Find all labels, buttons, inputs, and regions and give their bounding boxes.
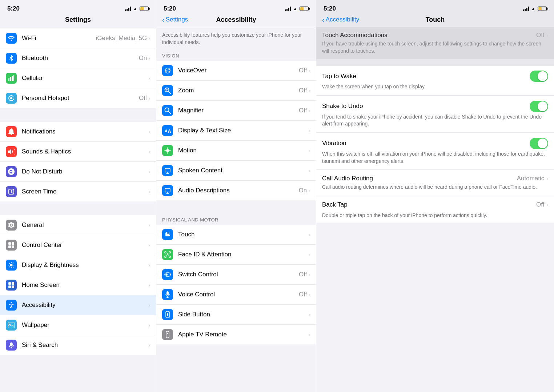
back-tap-header: Back Tap Off › [322, 201, 548, 208]
vision-section-header: VISION [156, 50, 316, 61]
sounds-row-icon [6, 146, 17, 157]
battery-icon-mid [300, 7, 309, 11]
right-back-chevron-icon: ‹ [322, 16, 325, 23]
accessibility-row-sidebutton[interactable]: Side Button › [156, 305, 316, 325]
svg-text:A: A [165, 129, 168, 133]
mid-panel: 5:20 ▲ ‹ Settings Accessibility Accessib… [156, 0, 316, 392]
siri-row-content: Siri & Search › [22, 341, 150, 349]
displaybrightness-row-icon [6, 260, 17, 271]
back-tap-row[interactable]: Back Tap Off › Double or triple tap on t… [316, 196, 554, 223]
wallpaper-label: Wallpaper [22, 321, 49, 329]
hotspot-value: Off › [139, 95, 150, 102]
settings-row-homescreen[interactable]: Home Screen › [0, 275, 156, 295]
battery-icon-right [538, 7, 547, 11]
svg-point-11 [10, 264, 13, 267]
touch-accommodations-label: Touch Accommodations [322, 32, 388, 39]
signal-icon-right [523, 7, 529, 11]
settings-row-notifications[interactable]: Notifications › [0, 122, 156, 142]
right-back-button[interactable]: ‹ Accessibility [322, 16, 359, 23]
touch-accommodations-header: Touch Accommodations Off › [322, 32, 548, 39]
settings-row-wallpaper[interactable]: Wallpaper › [0, 315, 156, 335]
wallpaper-value: › [148, 322, 150, 328]
displaytextsize-icon: AA [162, 125, 173, 136]
shake-to-undo-row[interactable]: Shake to Undo If you tend to shake your … [316, 96, 554, 133]
sidebutton-value: › [308, 312, 310, 317]
group-display: General › Control Center › [0, 215, 156, 355]
accessibility-row-voicecontrol[interactable]: Voice Control Off › [156, 285, 316, 305]
call-audio-chevron-icon: › [546, 176, 548, 181]
settings-row-donotdisturb[interactable]: Do Not Disturb › [0, 162, 156, 182]
general-label: General [22, 221, 44, 229]
touch-accommodations-row[interactable]: Touch Accommodations Off › If you have t… [316, 27, 554, 59]
svg-line-19 [9, 267, 9, 267]
shake-to-undo-toggle[interactable] [530, 101, 548, 112]
vibration-toggle[interactable] [530, 138, 548, 149]
battery-icon-left [140, 7, 149, 11]
cellular-row-content: Cellular › [22, 75, 150, 82]
settings-row-sounds[interactable]: Sounds & Haptics › [0, 142, 156, 162]
settings-row-displaybrightness[interactable]: Display & Brightness › [0, 255, 156, 275]
tap-to-wake-toggle[interactable] [530, 71, 548, 82]
settings-row-siri[interactable]: Siri & Search › [0, 335, 156, 355]
sidebutton-content: Side Button › [178, 311, 310, 318]
mid-back-button[interactable]: ‹ Settings [162, 16, 188, 23]
svg-point-24 [11, 302, 12, 303]
settings-row-screentime[interactable]: Screen Time › [0, 182, 156, 201]
mid-nav-title: Accessibility [216, 16, 256, 24]
accessibility-row-motion[interactable]: Motion › [156, 141, 316, 161]
voiceover-value: Off › [299, 67, 310, 74]
spokencontent-content: Spoken Content › [178, 167, 310, 174]
audiodesc-icon [162, 185, 173, 196]
donotdisturb-value: › [148, 169, 150, 175]
settings-row-controlcenter[interactable]: Control Center › [0, 235, 156, 255]
homescreen-row-icon [6, 280, 17, 291]
tap-to-wake-label: Tap to Wake [322, 73, 356, 80]
accessibility-row-switchcontrol[interactable]: Switch Control Off › [156, 265, 316, 285]
accessibility-row-appletvremote[interactable]: Apple TV Remote › [156, 325, 316, 344]
settings-row-accessibility[interactable]: Accessibility › [0, 295, 156, 315]
settings-row-hotspot[interactable]: Personal Hotspot Off › [0, 88, 156, 108]
settings-row-general[interactable]: General › [0, 215, 156, 235]
accessibility-row-faceid[interactable]: Face ID & Attention › [156, 245, 316, 265]
svg-rect-41 [165, 252, 166, 253]
accessibility-row-content: Accessibility › [22, 301, 150, 309]
status-time-right: 5:20 [324, 5, 336, 12]
vibration-row[interactable]: Vibration When this switch is off, all v… [316, 133, 554, 170]
left-settings-list[interactable]: Wi-Fi iGeeks_Media_5G › Bluetooth On › [0, 28, 156, 388]
accessibility-row-zoom[interactable]: Zoom Off › [156, 81, 316, 101]
faceid-label: Face ID & Attention [178, 251, 231, 258]
switchcontrol-icon [162, 269, 173, 280]
wifi-icon-left: ▲ [133, 6, 137, 11]
settings-row-bluetooth[interactable]: Bluetooth On › [0, 48, 156, 68]
settings-row-cellular[interactable]: Cellular › [0, 68, 156, 88]
mid-settings-list[interactable]: Accessibility features help you customiz… [156, 27, 316, 387]
appletvremote-content: Apple TV Remote › [178, 331, 310, 338]
accessibility-row-voiceover[interactable]: VO VoiceOver Off › [156, 61, 316, 81]
voicecontrol-content: Voice Control Off › [178, 291, 310, 298]
call-audio-label: Call Audio Routing [322, 175, 373, 182]
call-audio-row[interactable]: Call Audio Routing Automatic › Call audi… [316, 170, 554, 196]
settings-row-wifi[interactable]: Wi-Fi iGeeks_Media_5G › [0, 28, 156, 48]
siri-row-icon [6, 340, 17, 351]
controlcenter-value: › [148, 242, 150, 248]
voiceover-label: VoiceOver [178, 67, 206, 74]
svg-rect-21 [12, 282, 14, 285]
accessibility-row-touch[interactable]: Touch › [156, 225, 316, 245]
accessibility-row-audiodesc[interactable]: Audio Descriptions On › [156, 181, 316, 200]
accessibility-row-spokencontent[interactable]: Spoken Content › [156, 161, 316, 181]
controlcenter-row-content: Control Center › [22, 241, 150, 249]
svg-rect-0 [8, 78, 9, 81]
voicecontrol-value: Off › [299, 291, 310, 298]
sidebutton-icon [162, 309, 173, 320]
touch-accommodations-value: Off [536, 32, 544, 39]
displaybrightness-value: › [148, 262, 150, 268]
screentime-row-icon [6, 186, 17, 197]
accessibility-row-magnifier[interactable]: Magnifier Off › [156, 101, 316, 121]
wifi-icon-mid: ▲ [293, 6, 297, 11]
shake-to-undo-desc: If you tend to shake your iPhone by acci… [322, 113, 548, 128]
general-value: › [148, 222, 150, 228]
magnifier-value: Off › [299, 107, 310, 114]
tap-to-wake-row[interactable]: Tap to Wake Wake the screen when you tap… [316, 66, 554, 96]
svg-rect-23 [12, 285, 14, 288]
accessibility-row-displaytextsize[interactable]: AA Display & Text Size › [156, 121, 316, 141]
